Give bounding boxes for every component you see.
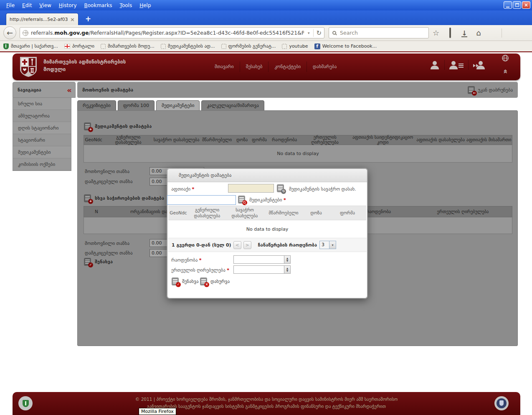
- column-header[interactable]: ერთეულის ღირებულება: [414, 209, 512, 214]
- column-header[interactable]: სავაჭრო დასახელება: [153, 137, 200, 143]
- scroll-top-icon[interactable]: «: [502, 69, 510, 73]
- save-request-button[interactable]: ✓ შენახვა: [84, 258, 113, 266]
- column-header[interactable]: GeoNdc: [168, 210, 188, 216]
- emblem-icon: [497, 398, 507, 408]
- column-header[interactable]: დოზა: [234, 137, 250, 143]
- column-header[interactable]: აფთიაქის საიდენტიფიკაციო კოდი: [350, 135, 415, 145]
- quantity-input[interactable]: [234, 256, 290, 263]
- bookmark-star-button[interactable]: ☆: [429, 29, 443, 37]
- spinner-icon[interactable]: ▲▼: [284, 266, 290, 273]
- back-button[interactable]: ←: [3, 26, 16, 39]
- add-medication-section-button[interactable]: + მედიკამენტის დამატება: [84, 122, 152, 130]
- column-header[interactable]: ფორმა: [329, 210, 366, 216]
- pharmacy-lookup-button[interactable]: ↻: [277, 184, 284, 192]
- user-list-button[interactable]: [444, 60, 468, 70]
- save-badge-icon: ✓: [176, 282, 181, 287]
- nav-about[interactable]: შესახებ: [240, 61, 269, 72]
- tab-requisites[interactable]: რეკვიზიტები: [77, 100, 116, 111]
- nav-help[interactable]: დახმარება: [307, 61, 342, 72]
- modal-title-bar[interactable]: მედიკამენტის დამატება: [167, 169, 367, 182]
- menu-help[interactable]: Help: [136, 1, 155, 10]
- tab-form-100[interactable]: ფორმა 100: [118, 100, 155, 111]
- url-dropdown-icon[interactable]: ▾: [307, 31, 311, 35]
- menu-tools[interactable]: Tools: [116, 1, 136, 10]
- page-size-select[interactable]: 3 ▾: [319, 241, 336, 249]
- tab-close-icon[interactable]: ×: [70, 16, 75, 23]
- bookmark-item[interactable]: youtube: [282, 43, 308, 49]
- nav-contacts[interactable]: კონტაქტები: [268, 61, 307, 72]
- sidebar-collapse-icon[interactable]: «: [67, 86, 71, 94]
- sidebar-item-commission-protocols[interactable]: კომისიის ოქმები: [13, 158, 71, 171]
- column-header[interactable]: N: [84, 209, 109, 214]
- new-tab-button[interactable]: +: [83, 14, 94, 24]
- page-size-label: ჩანაწერების რაოდენობა: [258, 242, 317, 248]
- sidebar-item-full-list[interactable]: სრული სია: [13, 98, 71, 110]
- bookmark-item[interactable]: მიმართვების მოდუ...: [101, 43, 155, 49]
- column-header[interactable]: აფთიაქის მისამართი: [466, 137, 512, 143]
- menu-history[interactable]: History: [55, 1, 81, 10]
- pager-next-button[interactable]: >: [243, 241, 251, 249]
- modal-save-button[interactable]: ✓ შენახვა: [172, 278, 199, 285]
- quantity-label: რაოდენობა *: [171, 257, 202, 263]
- sidebar-item-ambulatory[interactable]: ამბულატორია: [13, 110, 71, 122]
- chevron-down-icon[interactable]: ▾: [329, 241, 336, 249]
- column-header[interactable]: ერთეულის ღირებულება: [300, 135, 350, 145]
- column-header[interactable]: გენერიული დასახელება: [103, 135, 153, 145]
- home-button[interactable]: ⌂: [471, 29, 486, 37]
- column-header[interactable]: GeoNdc: [84, 137, 103, 143]
- medications-table: GeoNdc გენერიული დასახელება სავაჭრო დასა…: [84, 135, 512, 163]
- language-globe-icon[interactable]: [502, 55, 509, 61]
- pharmacy-input[interactable]: [228, 184, 274, 193]
- bookmarks-panel-button[interactable]: [443, 29, 457, 37]
- logout-button[interactable]: [468, 60, 490, 70]
- column-header[interactable]: სავაჭრო დასახელება: [226, 207, 263, 218]
- save-badge-icon: ✓: [88, 262, 93, 267]
- medication-search-input[interactable]: [167, 195, 236, 205]
- tab-calculation[interactable]: კალკულაცია/მიმართვა: [201, 100, 264, 111]
- close-window-button[interactable]: ×: [522, 1, 530, 9]
- medication-search-button[interactable]: [238, 196, 245, 204]
- nav-home[interactable]: მთავარი: [209, 61, 240, 72]
- pager-prev-button[interactable]: <: [233, 241, 241, 249]
- back-to-list-button[interactable]: ← უკან დაბრუნება: [468, 86, 513, 94]
- tab-medications[interactable]: მედიკამენტები: [156, 100, 200, 111]
- reload-icon[interactable]: ↻: [313, 29, 322, 37]
- column-header[interactable]: დოზა: [304, 210, 329, 216]
- unit-price-input[interactable]: [234, 266, 290, 273]
- column-header[interactable]: მწარმოებელი: [263, 210, 304, 216]
- bookmark-item[interactable]: fWelcome to Facebook...: [314, 43, 377, 49]
- column-header[interactable]: მწარმოებელი: [200, 137, 234, 143]
- tab-bar: http://referrals...5e2-af034dd4539d × +: [0, 10, 532, 25]
- spinner-icon[interactable]: ▲▼: [284, 256, 290, 263]
- url-bar[interactable]: referrals.moh.gov.ge/ReferralsHall/Pages…: [20, 27, 324, 38]
- menu-file[interactable]: File: [3, 1, 18, 10]
- sidebar-item-hospital[interactable]: სტაციონარი: [13, 134, 71, 146]
- search-input[interactable]: [339, 29, 425, 36]
- downloads-button[interactable]: ↓: [457, 29, 471, 37]
- menu-bookmarks[interactable]: Bookmarks: [81, 1, 116, 10]
- sidebar-item-medications[interactable]: მედიკამენტები: [13, 146, 71, 158]
- quantity-stepper[interactable]: ▲▼: [233, 255, 291, 264]
- menu-edit[interactable]: Edit: [18, 1, 35, 10]
- bookmark-item[interactable]: ფორმების გენერატ...: [221, 43, 276, 49]
- modal-close-button[interactable]: × დახურვა: [200, 278, 230, 285]
- sidebar-nav: სრული სია ამბულატორია დღის სტაციონარი სტ…: [13, 98, 71, 171]
- site-identity-icon: [23, 30, 28, 36]
- column-header[interactable]: ფორმა: [250, 137, 269, 143]
- bookmark-item[interactable]: პორტალი: [64, 43, 94, 49]
- minimize-button[interactable]: [504, 1, 512, 9]
- column-header[interactable]: გენერიული დასახელება: [188, 207, 226, 218]
- sidebar-item-day-hospital[interactable]: დღის სტაციონარი: [13, 122, 71, 134]
- bookmark-item[interactable]: მთავარი | საქართვ...: [3, 43, 58, 49]
- bookmark-item[interactable]: მედიკამენტების ად...: [161, 43, 215, 49]
- search-bar[interactable]: [329, 27, 429, 38]
- footer-line1: © 2011 | პროექტი ხორციელდება შრომის, ჯან…: [13, 397, 520, 402]
- unit-price-stepper[interactable]: ▲▼: [233, 265, 291, 274]
- user-profile-button[interactable]: [425, 60, 444, 70]
- add-other-needs-section-button[interactable]: + სხვა საჭიროებების დამატება: [84, 194, 164, 202]
- restore-button[interactable]: [513, 1, 521, 9]
- column-header[interactable]: აფთიაქის დასახელება: [415, 137, 466, 143]
- browser-tab[interactable]: http://referrals...5e2-af034dd4539d ×: [6, 13, 79, 25]
- menu-view[interactable]: View: [35, 1, 55, 10]
- column-header[interactable]: რაოდენობა: [269, 137, 300, 143]
